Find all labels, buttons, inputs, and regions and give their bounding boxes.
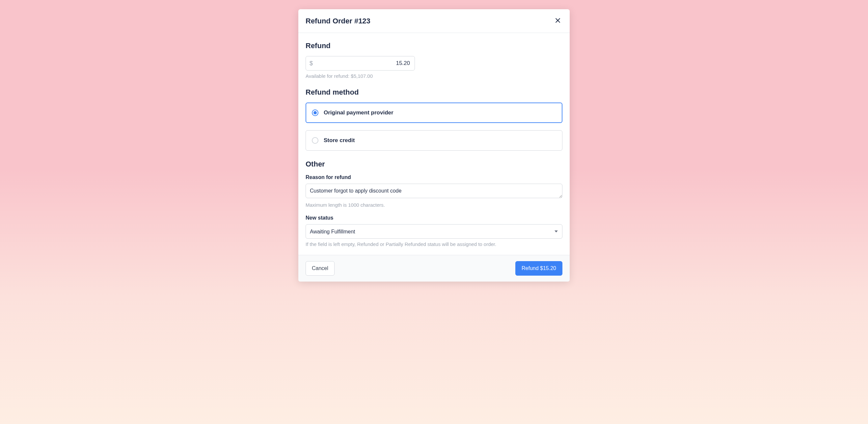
refund-modal: Refund Order #123 Refund $ Available for…	[298, 9, 570, 282]
refund-submit-button[interactable]: Refund $15.20	[515, 261, 562, 276]
radio-icon	[312, 110, 318, 116]
amount-row: $	[306, 56, 562, 70]
section-title-refund: Refund	[306, 41, 562, 50]
reason-label: Reason for refund	[306, 174, 562, 180]
radio-dot-icon	[313, 111, 317, 114]
status-field-group: New status Awaiting Fulfillment If the f…	[306, 215, 562, 247]
section-title-other: Other	[306, 160, 562, 168]
radio-icon	[312, 137, 318, 144]
close-button[interactable]	[553, 16, 562, 26]
cancel-button[interactable]: Cancel	[306, 261, 335, 276]
reason-field-group: Reason for refund Customer forgot to app…	[306, 174, 562, 208]
refund-method-original[interactable]: Original payment provider	[306, 103, 562, 123]
status-label: New status	[306, 215, 562, 221]
modal-body: Refund $ Available for refund: $5,107.00…	[298, 33, 570, 255]
refund-method-store-credit[interactable]: Store credit	[306, 130, 562, 151]
modal-title: Refund Order #123	[306, 17, 370, 25]
section-title-method: Refund method	[306, 88, 562, 96]
close-icon	[555, 17, 561, 25]
modal-header: Refund Order #123	[298, 9, 570, 33]
refund-amount-input[interactable]	[306, 56, 415, 70]
status-helper: If the field is left empty, Refunded or …	[306, 241, 562, 247]
refund-method-original-label: Original payment provider	[324, 110, 394, 116]
refund-method-store-credit-label: Store credit	[324, 137, 354, 144]
amount-input-wrap: $	[306, 56, 415, 70]
reason-textarea[interactable]: Customer forgot to apply discount code	[306, 183, 562, 198]
status-select[interactable]: Awaiting Fulfillment	[306, 224, 562, 239]
status-select-wrap: Awaiting Fulfillment	[306, 224, 562, 239]
modal-footer: Cancel Refund $15.20	[298, 255, 570, 282]
available-refund-text: Available for refund: $5,107.00	[306, 73, 562, 79]
dollar-icon: $	[310, 60, 313, 67]
reason-helper: Maximum length is 1000 characters.	[306, 202, 562, 208]
